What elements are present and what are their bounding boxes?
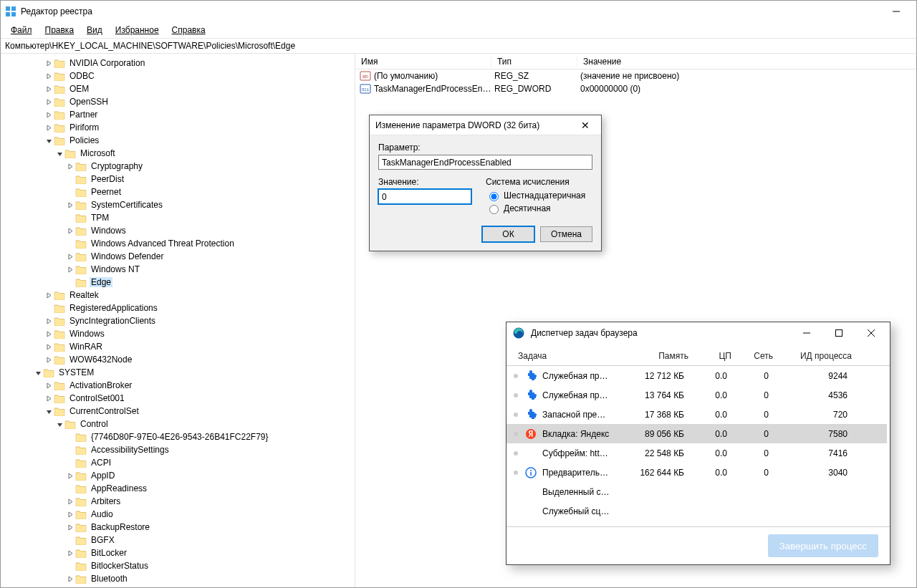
btm-rows[interactable]: Служебная пр…12 712 КБ0.009244Служебная … [506, 366, 890, 526]
chevron-right-icon[interactable] [65, 550, 75, 556]
tree-item[interactable]: Windows Defender [1, 250, 355, 263]
tree-item[interactable]: AppID [1, 469, 355, 482]
chevron-right-icon[interactable] [44, 125, 54, 131]
chevron-right-icon[interactable] [44, 112, 54, 118]
chevron-right-icon[interactable] [44, 86, 54, 92]
tree-item[interactable]: WinRAR [1, 340, 355, 353]
tree-item[interactable]: SYSTEM [1, 366, 355, 379]
chevron-right-icon[interactable] [65, 576, 75, 582]
task-row[interactable]: Служебный сц… [506, 501, 887, 521]
tree-item[interactable]: Realtek [1, 289, 355, 302]
cancel-button[interactable]: Отмена [540, 226, 592, 242]
chevron-right-icon[interactable] [44, 357, 54, 363]
tree-item[interactable]: AccessibilitySettings [1, 443, 355, 456]
tree-item[interactable]: AppReadiness [1, 482, 355, 495]
tree-item[interactable]: PeerDist [1, 173, 355, 185]
tree-item[interactable]: Control [1, 418, 355, 430]
tree-item[interactable]: SyncIntegrationClients [1, 314, 355, 327]
tree-item[interactable]: BitLocker [1, 546, 355, 559]
value-input[interactable] [378, 189, 471, 204]
chevron-right-icon[interactable] [65, 254, 75, 260]
chevron-right-icon[interactable] [65, 473, 75, 479]
radio-hex[interactable]: Шестнадцатеричная [486, 189, 592, 202]
minimize-button[interactable] [880, 1, 912, 22]
menu-help[interactable]: Справка [166, 24, 211, 37]
chevron-right-icon[interactable] [65, 498, 75, 505]
end-process-button[interactable]: Завершить процесс [768, 534, 878, 557]
task-row[interactable]: Вкладка: Яндекс89 056 КБ0.007580 [506, 424, 887, 443]
tree-item[interactable]: BitlockerStatus [1, 559, 355, 572]
tree-item[interactable]: BackupRestore [1, 521, 355, 534]
chevron-right-icon[interactable] [44, 395, 54, 402]
chevron-right-icon[interactable] [44, 331, 54, 337]
tree-item[interactable]: RegisteredApplications [1, 302, 355, 314]
task-row[interactable]: Запасной пре…17 368 КБ0.00720 [506, 405, 887, 424]
btm-col-cpu[interactable]: ЦП [688, 351, 731, 361]
task-row[interactable]: Предваритель…162 644 КБ0.003040 [506, 463, 887, 482]
tree-item[interactable]: ControlSet001 [1, 392, 355, 405]
btm-close-button[interactable] [855, 322, 887, 344]
tree-item[interactable]: OpenSSH [1, 95, 355, 108]
tree-item[interactable]: Policies [1, 134, 355, 147]
param-input[interactable] [378, 155, 592, 170]
tree-item[interactable]: SystemCertificates [1, 198, 355, 211]
dialog-titlebar[interactable]: Изменение параметра DWORD (32 бита) ✕ [370, 115, 601, 135]
btm-maximize-button[interactable] [822, 322, 855, 344]
tree-item[interactable]: Audio [1, 508, 355, 521]
chevron-right-icon[interactable] [44, 73, 54, 79]
menu-file[interactable]: Файл [5, 24, 38, 37]
task-row[interactable]: Служебная пр…12 712 КБ0.009244 [506, 366, 887, 385]
chevron-down-icon[interactable] [54, 150, 64, 157]
path-bar[interactable]: Компьютер\HKEY_LOCAL_MACHINE\SOFTWARE\Po… [1, 38, 916, 54]
menu-favorites[interactable]: Избранное [110, 24, 165, 37]
chevron-down-icon[interactable] [44, 408, 54, 415]
tree-item[interactable]: Edge [1, 276, 355, 289]
task-row[interactable]: Выделенный с… [506, 482, 887, 501]
tree-item[interactable]: ActivationBroker [1, 379, 355, 392]
chevron-right-icon[interactable] [65, 511, 75, 518]
value-row[interactable]: ab(По умолчанию)REG_SZ(значение не присв… [355, 69, 916, 82]
btm-col-memory[interactable]: Память [620, 351, 688, 361]
chevron-right-icon[interactable] [65, 163, 75, 170]
chevron-right-icon[interactable] [65, 228, 75, 234]
btm-col-pid[interactable]: ИД процесса [773, 351, 852, 361]
chevron-right-icon[interactable] [44, 382, 54, 389]
btm-minimize-button[interactable] [790, 322, 822, 344]
tree-item[interactable]: ODBC [1, 69, 355, 82]
tree-item[interactable]: Bluetooth [1, 572, 355, 585]
ok-button[interactable]: ОК [482, 226, 534, 242]
menu-edit[interactable]: Правка [39, 24, 80, 37]
menu-view[interactable]: Вид [81, 24, 108, 37]
chevron-right-icon[interactable] [65, 524, 75, 531]
tree-item[interactable]: Arbiters [1, 495, 355, 508]
chevron-down-icon[interactable] [33, 370, 43, 376]
btm-titlebar[interactable]: Диспетчер задач браузера [506, 322, 890, 344]
tree-item[interactable]: Windows [1, 224, 355, 237]
task-row[interactable]: Служебная пр…13 764 КБ0.004536 [506, 385, 887, 405]
chevron-right-icon[interactable] [44, 60, 54, 67]
btm-col-task[interactable]: Задача [518, 351, 620, 361]
close-icon[interactable]: ✕ [575, 115, 595, 135]
tree-item[interactable]: OEM [1, 82, 355, 95]
chevron-right-icon[interactable] [44, 344, 54, 350]
chevron-right-icon[interactable] [44, 99, 54, 105]
chevron-down-icon[interactable] [44, 138, 54, 144]
col-data[interactable]: Значение [577, 57, 916, 67]
regedit-titlebar[interactable]: Редактор реестра [1, 1, 916, 22]
tree-item[interactable]: ACPI [1, 456, 355, 469]
tree-item[interactable]: Windows Advanced Threat Protection [1, 237, 355, 250]
tree-item[interactable]: NVIDIA Corporation [1, 57, 355, 69]
tree-item[interactable]: BGFX [1, 534, 355, 546]
chevron-right-icon[interactable] [65, 266, 75, 273]
tree-pane[interactable]: NVIDIA CorporationODBCOEMOpenSSHPartnerP… [1, 54, 355, 587]
col-type[interactable]: Тип [491, 57, 577, 67]
tree-item[interactable]: Peernet [1, 185, 355, 198]
tree-item[interactable]: Windows NT [1, 263, 355, 276]
chevron-down-icon[interactable] [54, 421, 64, 428]
tree-item[interactable]: CurrentControlSet [1, 405, 355, 418]
chevron-right-icon[interactable] [44, 292, 54, 299]
tree-item[interactable]: TPM [1, 211, 355, 224]
tree-item[interactable]: Partner [1, 108, 355, 121]
chevron-right-icon[interactable] [44, 318, 54, 324]
btm-col-net[interactable]: Сеть [731, 351, 773, 361]
